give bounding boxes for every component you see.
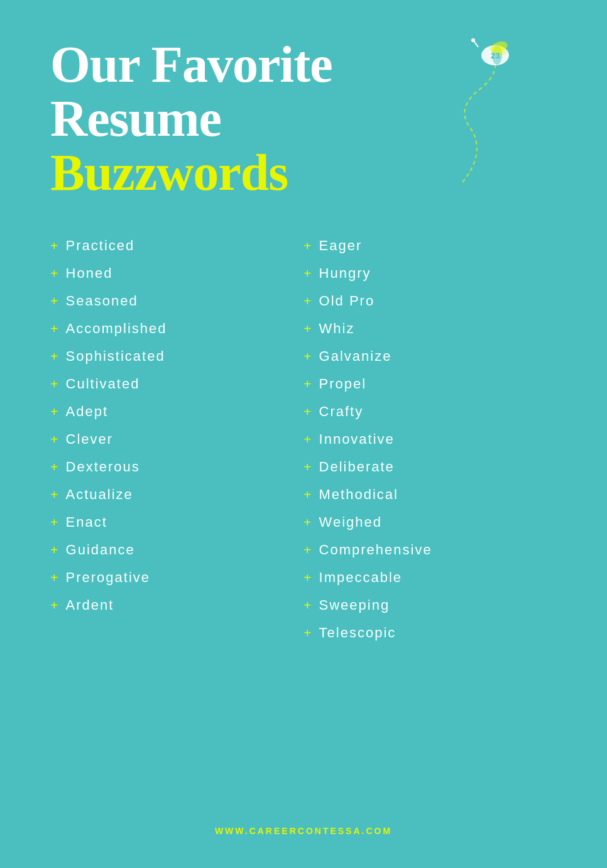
plus-icon: + bbox=[50, 266, 58, 280]
plus-icon: + bbox=[304, 405, 312, 419]
list-item: + Sweeping bbox=[304, 597, 557, 613]
item-text: Crafty bbox=[319, 404, 364, 420]
item-text: Comprehensive bbox=[319, 542, 432, 558]
list-item: + Adept bbox=[50, 404, 304, 420]
plus-icon: + bbox=[50, 239, 58, 253]
list-item: + Accomplished bbox=[50, 321, 304, 337]
plus-icon: + bbox=[304, 598, 312, 612]
item-text: Practiced bbox=[66, 238, 135, 254]
list-item: + Old Pro bbox=[304, 293, 557, 309]
list-item: + Weighed bbox=[304, 514, 557, 530]
list-item: + Comprehensive bbox=[304, 542, 557, 558]
plus-icon: + bbox=[304, 239, 312, 253]
lists-section: + Practiced + Honed + Seasoned + Accompl… bbox=[50, 238, 557, 652]
list-item: + Cultivated bbox=[50, 376, 304, 392]
plus-icon: + bbox=[50, 349, 58, 363]
plus-icon: + bbox=[50, 543, 58, 557]
plus-icon: + bbox=[304, 377, 312, 391]
plus-icon: + bbox=[304, 322, 312, 336]
list-item: + Galvanize bbox=[304, 348, 557, 365]
list-item: + Innovative bbox=[304, 431, 557, 448]
svg-point-7 bbox=[476, 51, 480, 55]
left-column: + Practiced + Honed + Seasoned + Accompl… bbox=[50, 238, 304, 652]
footer-url: WWW.CAREERCONTESSA.COM bbox=[215, 826, 392, 836]
plus-icon: + bbox=[50, 294, 58, 308]
list-item: + Whiz bbox=[304, 321, 557, 337]
item-text: Whiz bbox=[319, 321, 355, 337]
plus-icon: + bbox=[50, 598, 58, 612]
plus-icon: + bbox=[50, 515, 58, 529]
list-item: + Deliberate bbox=[304, 459, 557, 475]
item-text: Enact bbox=[66, 514, 107, 530]
plus-icon: + bbox=[304, 460, 312, 474]
item-text: Dexterous bbox=[66, 459, 140, 475]
list-item: + Clever bbox=[50, 431, 304, 448]
plus-icon: + bbox=[304, 294, 312, 308]
item-text: Ardent bbox=[66, 597, 114, 613]
item-text: Hungry bbox=[319, 265, 371, 282]
item-text: Weighed bbox=[319, 514, 382, 530]
list-item: + Hungry bbox=[304, 265, 557, 282]
item-text: Accomplished bbox=[66, 321, 167, 337]
item-text: Telescopic bbox=[319, 625, 396, 641]
plus-icon: + bbox=[50, 432, 58, 446]
item-text: Propel bbox=[319, 376, 367, 392]
list-item: + Sophisticated bbox=[50, 348, 304, 365]
list-item: + Telescopic bbox=[304, 625, 557, 641]
list-item: + Impeccable bbox=[304, 569, 557, 586]
plus-icon: + bbox=[304, 266, 312, 280]
item-text: Seasoned bbox=[66, 293, 138, 309]
plus-icon: + bbox=[304, 571, 312, 585]
item-text: Methodical bbox=[319, 486, 398, 503]
item-text: Galvanize bbox=[319, 348, 392, 365]
list-item: + Actualize bbox=[50, 486, 304, 503]
svg-text:23: 23 bbox=[491, 51, 500, 60]
item-text: Sophisticated bbox=[66, 348, 165, 365]
item-text: Sweeping bbox=[319, 597, 390, 613]
plus-icon: + bbox=[304, 488, 312, 502]
list-item: + Dexterous bbox=[50, 459, 304, 475]
item-text: Innovative bbox=[319, 431, 395, 448]
item-text: Impeccable bbox=[319, 569, 403, 586]
list-item: + Guidance bbox=[50, 542, 304, 558]
right-column: + Eager + Hungry + Old Pro + Whiz + Galv… bbox=[304, 238, 557, 652]
bee-illustration: 23 bbox=[406, 38, 519, 189]
item-text: Eager bbox=[319, 238, 363, 254]
list-item: + Practiced bbox=[50, 238, 304, 254]
footer: WWW.CAREERCONTESSA.COM bbox=[0, 825, 607, 837]
item-text: Old Pro bbox=[319, 293, 375, 309]
list-item: + Enact bbox=[50, 514, 304, 530]
plus-icon: + bbox=[50, 488, 58, 502]
page: Our Favorite Resume Buzzwords bbox=[0, 0, 607, 868]
item-text: Actualize bbox=[66, 486, 133, 503]
list-item: + Methodical bbox=[304, 486, 557, 503]
list-item: + Honed bbox=[50, 265, 304, 282]
plus-icon: + bbox=[50, 460, 58, 474]
plus-icon: + bbox=[304, 515, 312, 529]
plus-icon: + bbox=[304, 349, 312, 363]
list-item: + Prerogative bbox=[50, 569, 304, 586]
item-text: Deliberate bbox=[319, 459, 395, 475]
list-item: + Eager bbox=[304, 238, 557, 254]
item-text: Adept bbox=[66, 404, 109, 420]
plus-icon: + bbox=[304, 626, 312, 640]
item-text: Honed bbox=[66, 265, 113, 282]
svg-line-5 bbox=[474, 41, 478, 47]
item-text: Guidance bbox=[66, 542, 135, 558]
item-text: Prerogative bbox=[66, 569, 151, 586]
list-item: + Crafty bbox=[304, 404, 557, 420]
plus-icon: + bbox=[50, 571, 58, 585]
list-item: + Ardent bbox=[50, 597, 304, 613]
plus-icon: + bbox=[50, 377, 58, 391]
header-section: Our Favorite Resume Buzzwords bbox=[50, 38, 557, 200]
list-item: + Propel bbox=[304, 376, 557, 392]
plus-icon: + bbox=[50, 405, 58, 419]
item-text: Clever bbox=[66, 431, 114, 448]
plus-icon: + bbox=[304, 432, 312, 446]
svg-point-6 bbox=[471, 38, 475, 42]
plus-icon: + bbox=[304, 543, 312, 557]
list-item: + Seasoned bbox=[50, 293, 304, 309]
item-text: Cultivated bbox=[66, 376, 140, 392]
plus-icon: + bbox=[50, 322, 58, 336]
